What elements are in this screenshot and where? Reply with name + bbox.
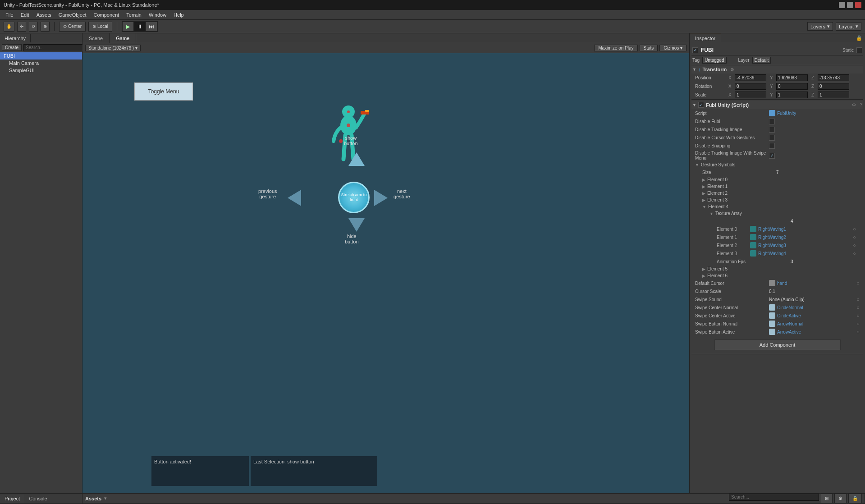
play-button[interactable]: ▶ bbox=[122, 22, 134, 32]
layer-dropdown[interactable]: Default bbox=[752, 57, 771, 64]
close-btn[interactable] bbox=[855, 2, 861, 8]
tag-dropdown[interactable]: Untagged bbox=[702, 57, 726, 64]
element-6-foldout[interactable]: ▶ Element 6 bbox=[691, 272, 863, 279]
pos-z-input[interactable] bbox=[818, 74, 849, 81]
script-settings[interactable]: ⚙ bbox=[852, 102, 856, 107]
disable-fubi-checkbox[interactable] bbox=[769, 119, 775, 124]
create-button[interactable]: Create bbox=[2, 44, 22, 51]
hierarchy-item-samplegui[interactable]: SampleGUI bbox=[0, 67, 82, 74]
add-component-button[interactable]: Add Component bbox=[714, 339, 841, 350]
hierarchy-search[interactable] bbox=[23, 44, 85, 51]
swipe-button-normal-settings[interactable]: ○ bbox=[856, 321, 860, 326]
menu-file[interactable]: File bbox=[2, 11, 17, 18]
swipe-sound-settings[interactable]: ○ bbox=[856, 297, 860, 302]
menu-help[interactable]: Help bbox=[170, 11, 188, 18]
pos-y-input[interactable] bbox=[776, 74, 808, 81]
menu-gameobject[interactable]: GameObject bbox=[55, 11, 90, 18]
game-tab[interactable]: Game bbox=[110, 33, 136, 43]
transform-settings[interactable]: ⚙ bbox=[730, 67, 734, 72]
console-tab[interactable]: Console bbox=[24, 495, 51, 503]
swipe-center-active-settings[interactable]: ○ bbox=[856, 313, 860, 318]
rotation-row: Rotation X Y Z bbox=[691, 82, 863, 91]
assets-search[interactable] bbox=[729, 494, 819, 501]
project-console-panel: Project Console ▼ ★ Favorites All Materi… bbox=[0, 494, 82, 504]
inspector-lock-btn[interactable]: 🔒 bbox=[853, 34, 865, 42]
scale-tool[interactable]: ⊕ bbox=[41, 22, 50, 32]
hierarchy-item-maincamera[interactable]: Main Camera bbox=[0, 60, 82, 67]
scene-tab[interactable]: Scene bbox=[82, 33, 110, 43]
next-gesture-label: next gesture bbox=[394, 188, 410, 199]
minimize-btn[interactable] bbox=[839, 2, 845, 8]
element-0-foldout[interactable]: ▶ Element 0 bbox=[691, 176, 863, 183]
static-checkbox[interactable] bbox=[856, 47, 862, 53]
script-enabled-checkbox[interactable] bbox=[698, 102, 704, 108]
center-button[interactable]: ⊙ Center bbox=[59, 22, 86, 32]
texture-2-settings[interactable]: ○ bbox=[853, 243, 856, 248]
rot-y-input[interactable] bbox=[776, 83, 808, 90]
texture-3-settings[interactable]: ○ bbox=[853, 251, 856, 256]
disable-tracking-checkbox[interactable] bbox=[769, 127, 775, 133]
hierarchy-item-fubi[interactable]: FUBI bbox=[0, 52, 82, 60]
local-button[interactable]: ⊛ Local bbox=[88, 22, 112, 32]
assets-settings-btn[interactable]: ⚙ bbox=[834, 494, 847, 504]
assets-view-btn[interactable]: ⊞ bbox=[821, 494, 833, 504]
menu-edit[interactable]: Edit bbox=[17, 11, 33, 18]
layers-dropdown[interactable]: Layers ▾ bbox=[807, 22, 833, 31]
hand-tool[interactable]: ✋ bbox=[4, 22, 14, 32]
menu-assets[interactable]: Assets bbox=[33, 11, 55, 18]
move-tool[interactable]: ✛ bbox=[17, 22, 26, 32]
maximize-btn[interactable] bbox=[847, 2, 853, 8]
svg-point-5 bbox=[339, 139, 343, 143]
element-2-foldout[interactable]: ▶ Element 2 bbox=[691, 190, 863, 197]
main-layout: Hierarchy Create FUBI Main Camera Sample… bbox=[0, 33, 865, 493]
left-arrow bbox=[288, 190, 301, 206]
svg-point-6 bbox=[347, 110, 350, 113]
menu-terrain[interactable]: Terrain bbox=[123, 11, 145, 18]
scale-x-input[interactable] bbox=[735, 92, 766, 98]
gesture-symbols-foldout[interactable]: ▼ Gesture Symbols bbox=[691, 161, 863, 168]
texture-array-foldout[interactable]: ▼ Texture Array bbox=[691, 210, 863, 217]
scale-z-input[interactable] bbox=[818, 92, 849, 98]
transform-component: ▼ ↕ Transform ⚙ Position X Y bbox=[691, 65, 863, 100]
texture-1-settings[interactable]: ○ bbox=[853, 234, 856, 240]
scale-y-input[interactable] bbox=[776, 92, 808, 98]
swipe-center-normal-settings[interactable]: ○ bbox=[856, 305, 860, 310]
project-tabs: Project Console bbox=[0, 494, 82, 504]
rot-z-input[interactable] bbox=[818, 83, 849, 90]
rot-x-input[interactable] bbox=[735, 83, 766, 90]
pause-button[interactable]: ⏸ bbox=[134, 22, 146, 32]
obj-active-checkbox[interactable] bbox=[692, 47, 698, 53]
pos-x-input[interactable] bbox=[735, 74, 766, 81]
project-tab[interactable]: Project bbox=[0, 495, 24, 503]
menu-window[interactable]: Window bbox=[145, 11, 170, 18]
element-3-foldout[interactable]: ▶ Element 3 bbox=[691, 197, 863, 203]
rotate-tool[interactable]: ↺ bbox=[29, 22, 38, 32]
texture-0-settings[interactable]: ○ bbox=[853, 226, 856, 232]
menu-component[interactable]: Component bbox=[90, 11, 123, 18]
inspector-panel: Inspector 🔒 FUBI Static Tag Untagged Lay… bbox=[689, 33, 865, 493]
stats-btn[interactable]: Stats bbox=[640, 45, 658, 51]
element-4-foldout[interactable]: ▼ Element 4 bbox=[691, 203, 863, 210]
center-gesture-circle[interactable]: Stretch arm to front bbox=[338, 182, 370, 213]
step-button[interactable]: ⏭ bbox=[146, 22, 157, 32]
toggle-menu-button[interactable]: Toggle Menu bbox=[134, 82, 193, 101]
standalone-dropdown[interactable]: Standalone (1024x76 ) ▾ bbox=[85, 45, 141, 51]
script-header[interactable]: ▼ Fubi Unity (Script) ⚙ ? bbox=[691, 101, 863, 109]
disable-tracking-swipe-checkbox[interactable] bbox=[769, 153, 775, 159]
hierarchy-tab[interactable]: Hierarchy bbox=[0, 34, 31, 42]
element-1-foldout[interactable]: ▶ Element 1 bbox=[691, 183, 863, 190]
transform-header[interactable]: ▼ ↕ Transform ⚙ bbox=[691, 65, 863, 73]
script-help[interactable]: ? bbox=[860, 102, 862, 107]
swipe-button-active-settings[interactable]: ○ bbox=[856, 329, 860, 334]
bottom-panel: Project Console ▼ ★ Favorites All Materi… bbox=[0, 493, 865, 504]
layout-dropdown[interactable]: Layout ▾ bbox=[836, 22, 861, 31]
maximize-on-play-btn[interactable]: Maximize on Play bbox=[594, 45, 637, 51]
assets-lock-btn[interactable]: 🔒 bbox=[848, 494, 862, 504]
inspector-tab[interactable]: Inspector bbox=[690, 34, 721, 42]
element-5-foldout[interactable]: ▶ Element 5 bbox=[691, 266, 863, 272]
disable-snapping-checkbox[interactable] bbox=[769, 143, 775, 149]
disable-cursor-checkbox[interactable] bbox=[769, 135, 775, 141]
cursor-settings[interactable]: ○ bbox=[856, 280, 860, 286]
gizmos-btn[interactable]: Gizmos ▾ bbox=[659, 45, 687, 51]
disable-cursor-row: Disable Cursor With Gestures bbox=[691, 133, 863, 142]
